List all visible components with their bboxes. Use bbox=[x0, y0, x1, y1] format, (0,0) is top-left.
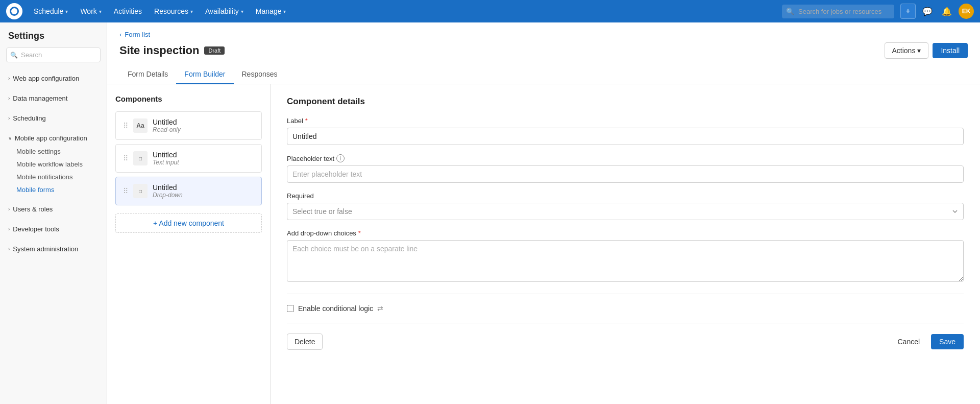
drag-handle-icon[interactable]: ⠿ bbox=[123, 187, 128, 195]
component-type: Drop-down bbox=[153, 192, 254, 199]
footer-actions: Cancel Save bbox=[890, 334, 964, 349]
component-name: Untitled bbox=[153, 151, 254, 159]
sidebar-section-data-management: › Data management bbox=[0, 88, 107, 108]
sidebar: Settings 🔍 › Web app configuration › Dat… bbox=[0, 22, 107, 404]
chevron-down-icon: ▾ bbox=[99, 9, 102, 14]
chevron-down-icon: ▾ bbox=[917, 46, 921, 55]
tab-form-builder[interactable]: Form Builder bbox=[176, 65, 233, 84]
status-badge: Draft bbox=[204, 46, 225, 55]
nav-schedule[interactable]: Schedule ▾ bbox=[29, 4, 73, 18]
component-type: Text input bbox=[153, 159, 254, 166]
label-field-group: Label * bbox=[287, 117, 964, 145]
sidebar-section-system-admin: › System administration bbox=[0, 239, 107, 259]
dropdown-icon: □ bbox=[133, 184, 148, 198]
conditional-logic-checkbox[interactable] bbox=[287, 305, 294, 312]
chevron-down-icon: ▾ bbox=[241, 9, 243, 14]
nav-work[interactable]: Work ▾ bbox=[75, 4, 106, 18]
chevron-right-icon: › bbox=[8, 246, 10, 252]
page-title-row: Site inspection Draft Actions ▾ Install bbox=[119, 42, 968, 59]
tab-responses[interactable]: Responses bbox=[234, 65, 286, 84]
chevron-down-icon: ▾ bbox=[190, 9, 193, 14]
install-button[interactable]: Install bbox=[933, 43, 968, 58]
sidebar-section-scheduling: › Scheduling bbox=[0, 108, 107, 128]
nav-manage[interactable]: Manage ▾ bbox=[251, 4, 291, 18]
sidebar-item-web-app-configuration[interactable]: › Web app configuration bbox=[0, 72, 107, 85]
nav-activities[interactable]: Activities bbox=[109, 4, 147, 18]
chevron-right-icon: › bbox=[8, 76, 10, 81]
form-builder-body: Components ⠿ Aa Untitled Read-only ⠿ □ U… bbox=[107, 84, 980, 404]
sidebar-section-users-roles: › Users & roles bbox=[0, 199, 107, 219]
add-button[interactable]: + bbox=[900, 4, 916, 19]
nav-availability[interactable]: Availability ▾ bbox=[200, 4, 249, 18]
chevron-right-icon: › bbox=[8, 206, 10, 212]
component-details-panel: Component details Label * Placeholder te… bbox=[271, 84, 980, 404]
required-field-group: Required Select true or false true false bbox=[287, 192, 964, 220]
sidebar-item-data-management[interactable]: › Data management bbox=[0, 91, 107, 105]
page-actions: Actions ▾ Install bbox=[885, 42, 968, 59]
sidebar-item-mobile-notifications[interactable]: Mobile notifications bbox=[0, 171, 107, 183]
breadcrumb[interactable]: ‹ Form list bbox=[119, 31, 968, 38]
chevron-down-icon: ▾ bbox=[65, 9, 68, 14]
main-layout: Settings 🔍 › Web app configuration › Dat… bbox=[0, 22, 980, 404]
top-navigation: Schedule ▾ Work ▾ Activities Resources ▾… bbox=[0, 0, 980, 22]
app-logo[interactable] bbox=[6, 3, 22, 19]
sidebar-item-mobile-forms[interactable]: Mobile forms bbox=[0, 183, 107, 196]
avatar[interactable]: EK bbox=[959, 4, 974, 19]
placeholder-field-label: Placeholder text i bbox=[287, 154, 964, 162]
dropdown-choices-group: Add drop-down choices * bbox=[287, 229, 964, 283]
back-arrow-icon: ‹ bbox=[119, 31, 121, 38]
component-type: Read-only bbox=[153, 126, 254, 133]
notifications-icon[interactable]: 🔔 bbox=[939, 4, 954, 19]
tab-form-details[interactable]: Form Details bbox=[119, 65, 176, 84]
sidebar-item-users-roles[interactable]: › Users & roles bbox=[0, 202, 107, 216]
text-icon: Aa bbox=[133, 118, 148, 133]
component-item-text-input[interactable]: ⠿ □ Untitled Text input bbox=[115, 144, 262, 173]
conditional-logic-row: Enable conditional logic ⇄ bbox=[287, 304, 964, 313]
required-select[interactable]: Select true or false true false bbox=[287, 203, 964, 220]
placeholder-field-group: Placeholder text i bbox=[287, 154, 964, 183]
delete-button[interactable]: Delete bbox=[287, 334, 323, 350]
required-indicator: * bbox=[358, 229, 361, 237]
dropdown-choices-textarea[interactable] bbox=[287, 240, 964, 282]
label-input[interactable] bbox=[287, 128, 964, 145]
required-field-label: Required bbox=[287, 192, 964, 200]
cancel-button[interactable]: Cancel bbox=[890, 334, 927, 349]
sidebar-section-developer-tools: › Developer tools bbox=[0, 219, 107, 239]
drag-handle-icon[interactable]: ⠿ bbox=[123, 154, 128, 162]
sidebar-item-system-administration[interactable]: › System administration bbox=[0, 242, 107, 256]
sidebar-item-mobile-app-configuration[interactable]: ∨ Mobile app configuration bbox=[0, 131, 107, 145]
sidebar-item-mobile-workflow-labels[interactable]: Mobile workflow labels bbox=[0, 158, 107, 171]
sidebar-search-input[interactable] bbox=[6, 47, 101, 62]
chat-icon[interactable]: 💬 bbox=[920, 4, 935, 19]
details-footer: Delete Cancel Save bbox=[287, 334, 964, 350]
sidebar-item-mobile-settings[interactable]: Mobile settings bbox=[0, 145, 107, 158]
component-item-readonly[interactable]: ⠿ Aa Untitled Read-only bbox=[115, 111, 262, 140]
info-icon[interactable]: i bbox=[336, 154, 345, 162]
input-icon: □ bbox=[133, 151, 148, 165]
chevron-right-icon: › bbox=[8, 115, 10, 121]
component-item-dropdown[interactable]: ⠿ □ Untitled Drop-down bbox=[115, 177, 262, 205]
sidebar-title: Settings bbox=[0, 31, 107, 47]
component-name: Untitled bbox=[153, 183, 254, 192]
nav-resources[interactable]: Resources ▾ bbox=[149, 4, 198, 18]
components-panel-title: Components bbox=[115, 94, 262, 103]
dropdown-choices-label: Add drop-down choices * bbox=[287, 229, 964, 237]
main-content: ‹ Form list Site inspection Draft Action… bbox=[107, 22, 980, 404]
chevron-right-icon: › bbox=[8, 96, 10, 101]
sidebar-item-scheduling[interactable]: › Scheduling bbox=[0, 111, 107, 125]
actions-button[interactable]: Actions ▾ bbox=[885, 42, 929, 59]
chevron-right-icon: › bbox=[8, 226, 10, 232]
page-title: Site inspection Draft bbox=[119, 44, 225, 57]
component-name: Untitled bbox=[153, 118, 254, 126]
sidebar-item-developer-tools[interactable]: › Developer tools bbox=[0, 222, 107, 236]
sidebar-search-wrapper: 🔍 bbox=[6, 47, 101, 62]
placeholder-input[interactable] bbox=[287, 165, 964, 183]
divider bbox=[287, 294, 964, 294]
add-component-button[interactable]: + Add new component bbox=[115, 213, 262, 233]
global-search-input[interactable] bbox=[782, 5, 894, 18]
chevron-down-icon: ▾ bbox=[283, 9, 286, 14]
chevron-down-icon: ∨ bbox=[8, 135, 12, 141]
components-panel: Components ⠿ Aa Untitled Read-only ⠿ □ U… bbox=[107, 84, 271, 404]
save-button[interactable]: Save bbox=[931, 334, 964, 349]
drag-handle-icon[interactable]: ⠿ bbox=[123, 122, 128, 130]
